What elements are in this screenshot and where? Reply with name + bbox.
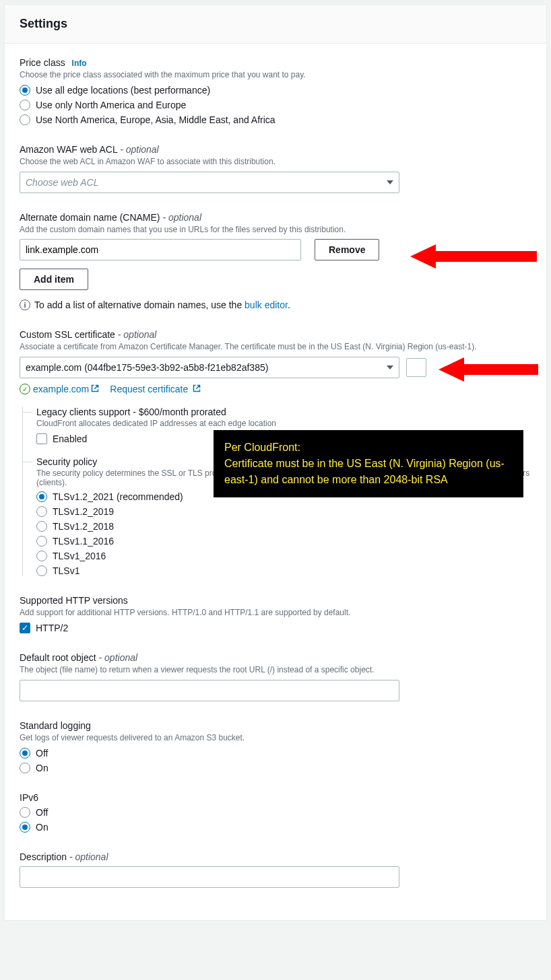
legacy-enabled-label: Enabled (53, 433, 87, 444)
sec-radio-5[interactable] (36, 565, 47, 576)
ssl-domain-link[interactable]: example.com (33, 384, 99, 394)
ssl-optional: - optional (118, 329, 157, 340)
http-label: Supported HTTP versions (20, 595, 531, 606)
caret-down-icon (387, 365, 393, 370)
price-class-option-1: Use only North America and Europe (36, 100, 186, 110)
price-class-desc: Choose the price class associated with t… (20, 69, 531, 81)
cname-desc: Add the custom domain names that you use… (20, 224, 531, 236)
cname-optional: - optional (162, 212, 201, 223)
callout-body: Certificate must be in the US East (N. V… (224, 456, 513, 488)
external-link-icon (91, 384, 99, 392)
description-input-wrap (20, 866, 399, 888)
remove-button[interactable]: Remove (315, 239, 379, 260)
external-link-icon (193, 384, 201, 392)
logging-desc: Get logs of viewer requests delivered to… (20, 732, 531, 744)
price-class-section: Price class Info Choose the price class … (20, 57, 531, 125)
waf-desc: Choose the web ACL in Amazon WAF to asso… (20, 156, 531, 168)
root-input[interactable] (26, 685, 393, 696)
cname-input-wrap (20, 239, 301, 260)
root-input-wrap (20, 680, 399, 701)
description-section: Description - optional (20, 851, 531, 888)
root-section: Default root object - optional The objec… (20, 652, 531, 701)
ipv6-on-radio[interactable] (20, 822, 30, 833)
ipv6-section: IPv6 Off On (20, 792, 531, 833)
waf-optional: - optional (120, 144, 159, 155)
logging-label: Standard logging (20, 720, 531, 731)
price-class-option-0: Use all edge locations (best performance… (36, 85, 210, 96)
price-class-info-link[interactable]: Info (72, 59, 87, 68)
waf-placeholder: Choose web ACL (26, 177, 98, 188)
ipv6-off-label: Off (36, 807, 48, 818)
sec-radio-2[interactable] (36, 521, 47, 532)
bulk-editor-link[interactable]: bulk editor (245, 300, 288, 310)
price-class-radio-0[interactable] (20, 85, 30, 96)
cname-label: Alternate domain name (CNAME) (20, 212, 160, 223)
legacy-label: Legacy clients support - $600/month pror… (36, 407, 531, 417)
svg-marker-1 (439, 357, 538, 382)
sec-option-5: TLSv1 (53, 565, 79, 576)
add-item-button[interactable]: Add item (20, 269, 88, 290)
price-class-option-2: Use North America, Europe, Asia, Middle … (36, 114, 276, 125)
ipv6-label: IPv6 (20, 792, 531, 803)
annotation-arrow-1 (410, 242, 538, 271)
logging-on-radio[interactable] (20, 763, 30, 773)
cname-section: Alternate domain name (CNAME) - optional… (20, 212, 531, 311)
description-optional: - optional (69, 851, 108, 862)
http2-checkbox[interactable] (20, 623, 30, 633)
annotation-callout: Per CloudFront: Certificate must be in t… (214, 430, 523, 497)
bulk-edit-hint: To add a list of alternative domain name… (34, 300, 290, 310)
sec-option-3: TLSv1.1_2016 (53, 536, 114, 547)
root-desc: The object (file name) to return when a … (20, 664, 531, 676)
sec-radio-0[interactable] (36, 491, 47, 502)
sec-option-0: TLSv1.2_2021 (recommended) (53, 491, 183, 502)
description-input[interactable] (26, 872, 393, 882)
ipv6-on-label: On (36, 822, 48, 833)
sec-option-2: TLSv1.2_2018 (53, 521, 114, 532)
request-cert-link[interactable]: Request certificate (110, 384, 201, 394)
page-title: Settings (20, 17, 531, 31)
cname-input[interactable] (26, 244, 295, 255)
http2-label: HTTP/2 (36, 623, 68, 633)
svg-marker-0 (410, 244, 537, 269)
ssl-selected-value: example.com (044fbe175-59e3-3b92-a5b8-f2… (26, 362, 268, 373)
price-class-radio-1[interactable] (20, 100, 30, 110)
waf-section: Amazon WAF web ACL - optional Choose the… (20, 144, 531, 193)
sec-option-4: TLSv1_2016 (53, 551, 106, 561)
callout-title: Per CloudFront: (224, 440, 513, 456)
description-label: Description (20, 851, 67, 862)
panel-header: Settings (5, 5, 546, 44)
annotation-arrow-2 (439, 355, 540, 384)
price-class-radio-2[interactable] (20, 114, 30, 125)
logging-section: Standard logging Get logs of viewer requ… (20, 720, 531, 773)
waf-label: Amazon WAF web ACL (20, 144, 117, 155)
info-icon: i (20, 300, 30, 310)
ssl-desc: Associate a certificate from Amazon Cert… (20, 341, 531, 353)
waf-select[interactable]: Choose web ACL (20, 172, 399, 193)
logging-on-label: On (36, 763, 48, 773)
caret-down-icon (387, 180, 393, 184)
price-class-label: Price class (20, 57, 65, 68)
ssl-label: Custom SSL certificate (20, 329, 115, 340)
sec-option-1: TLSv1.2_2019 (53, 506, 114, 517)
check-circle-icon: ✓ (20, 384, 30, 394)
ssl-cert-select[interactable]: example.com (044fbe175-59e3-3b92-a5b8-f2… (20, 357, 399, 378)
ssl-refresh-button[interactable] (406, 358, 426, 377)
sec-radio-4[interactable] (36, 551, 47, 561)
sec-radio-3[interactable] (36, 536, 47, 547)
root-label: Default root object (20, 652, 96, 663)
legacy-enabled-checkbox[interactable] (36, 433, 47, 444)
legacy-desc: CloudFront allocates dedicated IP addres… (36, 419, 531, 428)
sec-radio-1[interactable] (36, 506, 47, 517)
root-optional: - optional (99, 652, 138, 663)
logging-off-radio[interactable] (20, 748, 30, 759)
http-section: Supported HTTP versions Add support for … (20, 595, 531, 633)
http-desc: Add support for additional HTTP versions… (20, 607, 531, 619)
ipv6-off-radio[interactable] (20, 807, 30, 818)
logging-off-label: Off (36, 748, 48, 759)
